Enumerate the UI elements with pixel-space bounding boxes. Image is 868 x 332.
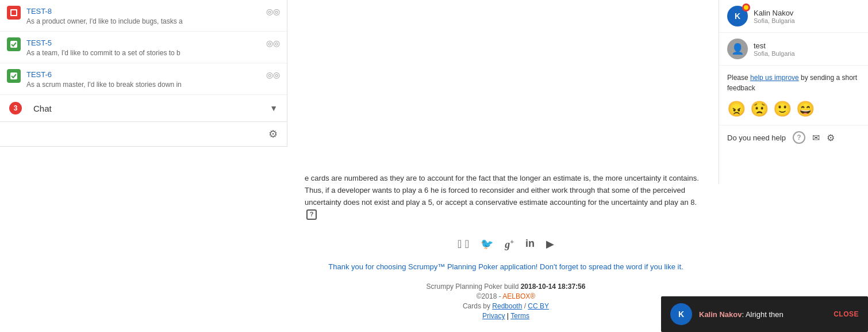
main-text-area: e cards are numbered as they are to acco… bbox=[287, 161, 724, 331]
user-item-kalin: K Kalin Nakov Sofia, Bulgaria bbox=[719, 0, 868, 33]
avatar-kalin: K bbox=[727, 6, 748, 26]
question-mark-icon[interactable]: ? bbox=[306, 209, 317, 220]
redbooth-link[interactable]: Redbooth bbox=[492, 302, 522, 310]
task-link-test8[interactable]: TEST-8 bbox=[26, 7, 52, 16]
cc-separator: / bbox=[522, 302, 528, 310]
feedback-text: Please help us improve by sending a shor… bbox=[727, 72, 860, 93]
chevron-down-icon: ▼ bbox=[270, 104, 278, 113]
description-text-content: e cards are numbered as they are to acco… bbox=[305, 174, 699, 207]
cards-label: Cards by bbox=[463, 302, 492, 310]
cc-by-link[interactable]: CC BY bbox=[528, 302, 549, 310]
notification-message: : Alright then bbox=[742, 310, 783, 319]
thank-you-text: Thank you for choosing Scrumpy™ Planning… bbox=[305, 262, 707, 271]
googleplus-icon[interactable]: g+ bbox=[505, 238, 514, 251]
notification-avatar: K bbox=[670, 303, 692, 325]
task-icon-green-test5 bbox=[7, 37, 21, 51]
emoji-sad[interactable]: 😟 bbox=[750, 100, 769, 118]
notification-text: Kalin Nakov: Alright then bbox=[699, 310, 827, 319]
separator: | bbox=[505, 312, 510, 320]
task-desc-test5: As a team, I'd like to commit to a set o… bbox=[26, 49, 199, 57]
terms-link[interactable]: Terms bbox=[510, 312, 529, 320]
task-content-test5: TEST-5 As a team, I'd like to commit to … bbox=[26, 37, 260, 57]
feedback-section: Please help us improve by sending a shor… bbox=[719, 66, 868, 125]
task-content: TEST-8 As a product owner, I'd like to i… bbox=[26, 6, 260, 25]
user-name-kalin: Kalin Nakov bbox=[754, 9, 795, 17]
copyright-text: ©2018 - bbox=[477, 292, 503, 300]
main-content-area: e cards are numbered as they are to acco… bbox=[287, 0, 724, 332]
footer-build: Scrumpy Planning Poker build 2018-10-14 … bbox=[305, 283, 707, 291]
svg-rect-2 bbox=[10, 41, 17, 48]
social-icons-row:  𝐟 🐦 g+ in ▶ bbox=[305, 238, 707, 251]
user-item-test: 👤 test Sofia, Bulgaria bbox=[719, 33, 868, 66]
emoji-happy[interactable]: 🙂 bbox=[773, 100, 792, 118]
help-row: Do you need help ? ✉ ⚙ bbox=[719, 125, 868, 150]
watch-icon-test6: ◎◎ bbox=[266, 70, 280, 79]
right-panel: K Kalin Nakov Sofia, Bulgaria 👤 test Sof… bbox=[719, 0, 868, 184]
emoji-very-happy[interactable]: 😄 bbox=[796, 100, 815, 118]
footer-cards: Cards by Redbooth / CC BY bbox=[305, 302, 707, 310]
chat-section[interactable]: 3 Chat ▼ bbox=[0, 95, 287, 122]
svg-rect-3 bbox=[10, 72, 17, 79]
user-info-test: test Sofia, Bulgaria bbox=[754, 41, 795, 57]
notification-close-button[interactable]: CLOSE bbox=[834, 310, 859, 318]
notification-bar: K Kalin Nakov: Alright then CLOSE bbox=[661, 296, 868, 332]
privacy-link[interactable]: Privacy bbox=[482, 312, 505, 320]
task-item-test6: TEST-6 As a scrum master, I'd like to br… bbox=[0, 63, 287, 95]
avatar-badge-kalin bbox=[742, 3, 750, 12]
task-item-test5: TEST-5 As a team, I'd like to commit to … bbox=[0, 32, 287, 63]
chat-label: Chat bbox=[33, 104, 52, 113]
twitter-icon[interactable]: 🐦 bbox=[481, 238, 493, 251]
emoji-row: 😠 😟 🙂 😄 bbox=[727, 100, 860, 118]
gear-settings-icon[interactable]: ⚙ bbox=[827, 132, 835, 143]
facebook-icon[interactable]:  𝐟 bbox=[458, 238, 469, 251]
task-content-test6: TEST-6 As a scrum master, I'd like to br… bbox=[26, 69, 260, 89]
feedback-help-link[interactable]: help us improve bbox=[750, 74, 799, 82]
left-panel: TEST-8 As a product owner, I'd like to i… bbox=[0, 0, 287, 147]
task-icon-red bbox=[7, 6, 21, 20]
linkedin-icon[interactable]: in bbox=[525, 238, 535, 251]
user-name-test: test bbox=[754, 41, 795, 50]
build-date: 2018-10-14 18:37:56 bbox=[521, 283, 586, 291]
mail-icon[interactable]: ✉ bbox=[812, 132, 820, 143]
aelbox-link[interactable]: AELBOX® bbox=[502, 292, 535, 300]
watch-icon-test8: ◎◎ bbox=[266, 7, 280, 16]
avatar-test: 👤 bbox=[727, 39, 748, 59]
notification-avatar-letter: K bbox=[678, 310, 684, 319]
task-desc-test6: As a scrum master, I'd like to break sto… bbox=[26, 81, 199, 89]
youtube-icon[interactable]: ▶ bbox=[546, 238, 554, 251]
gear-icon[interactable]: ⚙ bbox=[268, 128, 278, 140]
svg-rect-1 bbox=[11, 10, 16, 15]
task-link-test5[interactable]: TEST-5 bbox=[26, 39, 52, 47]
build-label: Scrumpy Planning Poker build bbox=[427, 283, 521, 291]
task-icon-green-test6 bbox=[7, 69, 21, 83]
user-location-test: Sofia, Bulgaria bbox=[754, 50, 795, 57]
emoji-very-sad[interactable]: 😠 bbox=[727, 100, 746, 118]
task-link-test6[interactable]: TEST-6 bbox=[26, 70, 52, 79]
help-text: Do you need help bbox=[727, 133, 786, 142]
badge-inner bbox=[744, 5, 748, 10]
user-location-kalin: Sofia, Bulgaria bbox=[754, 17, 795, 24]
watch-icon-test5: ◎◎ bbox=[266, 39, 280, 48]
feedback-pre: Please bbox=[727, 74, 750, 82]
footer-links: Privacy | Terms bbox=[305, 312, 707, 320]
task-desc-test8: As a product owner, I'd like to include … bbox=[26, 17, 199, 25]
task-item-test8: TEST-8 As a product owner, I'd like to i… bbox=[0, 0, 287, 32]
description-paragraph: e cards are numbered as they are to acco… bbox=[305, 173, 707, 220]
footer-copyright: ©2018 - AELBOX® bbox=[305, 292, 707, 300]
help-question-icon[interactable]: ? bbox=[793, 131, 805, 144]
chat-badge: 3 bbox=[9, 102, 22, 115]
settings-row: ⚙ bbox=[0, 122, 287, 147]
notification-sender: Kalin Nakov bbox=[699, 310, 742, 319]
user-info-kalin: Kalin Nakov Sofia, Bulgaria bbox=[754, 9, 795, 24]
